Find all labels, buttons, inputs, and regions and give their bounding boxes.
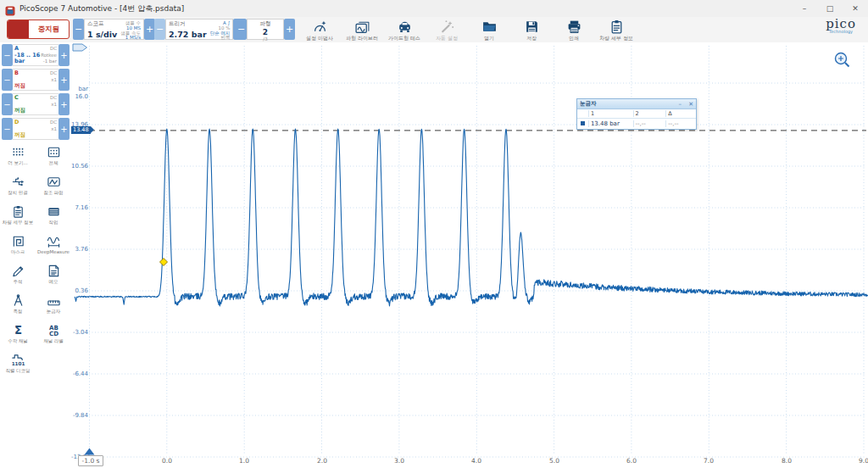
ruler-tool-icon: [36, 293, 71, 308]
sidebar-tool-channel-labels[interactable]: ABCD채널 라벨: [36, 323, 71, 348]
sidebar-tool-more[interactable]: 더 보기...: [0, 145, 36, 170]
stop-button[interactable]: 중지됨: [7, 20, 70, 39]
channel-A-increase-button[interactable]: +: [58, 44, 70, 66]
sidebar-tool-reference-waveform[interactable]: 참조 파형: [36, 175, 71, 200]
sidebar-tool-label: 수학 채널: [0, 338, 36, 343]
x-axis-label: 7.0: [696, 457, 721, 465]
mask-icon: [0, 234, 36, 248]
channel-A-settings: DCRotkee-1 bar: [41, 46, 57, 65]
channel-B-panel: −B꺼짐DCx1+: [2, 69, 70, 91]
channel-B-body[interactable]: B꺼짐DCx1: [13, 69, 58, 91]
sidebar-tool-label: DeepMeasure: [36, 249, 71, 254]
guided-test-icon: [387, 19, 422, 35]
zoom-magnifier-icon[interactable]: [836, 53, 849, 67]
ruler-panel-minimize-button[interactable]: –: [676, 101, 684, 108]
maximize-button[interactable]: □: [817, 0, 843, 17]
stop-indicator: [8, 20, 29, 38]
waveform-number: 2: [250, 28, 281, 36]
x-axis-label: 6.0: [619, 457, 644, 465]
x-axis-origin-label[interactable]: -1.0 s: [78, 455, 103, 466]
toolbar-icon-label: 자동 설정: [429, 36, 465, 42]
channel-C-increase-button[interactable]: +: [58, 93, 70, 115]
y-axis-label: -3.04: [71, 329, 88, 336]
more-icon: [0, 145, 36, 159]
plot[interactable]: [71, 42, 868, 468]
sidebar-tool-notes[interactable]: 메모: [36, 264, 71, 289]
sidebar-tool-jobs[interactable]: 작업: [36, 204, 71, 230]
sidebar-tool-annotation[interactable]: 주석: [0, 264, 36, 289]
deepmeasure-icon: [36, 234, 71, 248]
x-axis-label: 2.0: [309, 457, 335, 465]
sidebar-tool-label: 메모: [36, 279, 71, 284]
minimize-button[interactable]: –: [792, 0, 817, 17]
waveform-trace: [75, 129, 868, 306]
sidebar-tools: 더 보기...전체장치 연결참조 파형차량 세부 정보작업마스크DeepMeas…: [0, 145, 71, 378]
trigger-body[interactable]: 트리거 2.72 bar A ∫10 % 단순 에지반복: [165, 19, 233, 40]
sidebar-tool-mask[interactable]: 마스크: [0, 234, 36, 259]
channel-C-panel: −C꺼짐DCx1+: [2, 93, 70, 115]
channel-A-decrease-button[interactable]: −: [2, 44, 13, 66]
channel-A-range[interactable]: A-18 .. 16bar: [14, 46, 40, 65]
waveform-label: 파형: [250, 20, 281, 28]
save-icon: [514, 19, 549, 35]
waveform-previous-button[interactable]: −: [236, 19, 247, 40]
sidebar-tool-label: 측정: [0, 309, 36, 314]
x-axis-label: 9.0: [851, 457, 868, 465]
pico-sub-text: Technology: [826, 27, 856, 36]
ruler-panel-header[interactable]: 눈금자 – ✕: [577, 99, 696, 109]
ruler-panel-close-button[interactable]: ✕: [686, 101, 696, 108]
print-icon: [556, 19, 592, 35]
toolbar-icon-label: 열기: [471, 36, 507, 42]
app-icon: [5, 3, 15, 14]
channel-C-decrease-button[interactable]: −: [2, 93, 13, 115]
ruler-panel[interactable]: 눈금자 – ✕ 1 2 Δ 13.48 bar --,-- --,--: [576, 98, 697, 130]
channel-B-increase-button[interactable]: +: [58, 69, 70, 91]
sidebar-tool-vehicle-details[interactable]: 차량 세부 정보: [0, 204, 36, 230]
channel-A-body[interactable]: A-18 .. 16barDCRotkee-1 bar: [13, 44, 58, 66]
x-axis-label: 8.0: [774, 457, 799, 465]
sidebar-tool-label: 작업: [36, 220, 71, 225]
trigger-decrease-button[interactable]: −: [154, 19, 165, 40]
channel-D-increase-button[interactable]: +: [58, 118, 70, 140]
math-channel-icon: Σ: [0, 323, 36, 337]
sidebar-tool-label: 더 보기...: [0, 160, 36, 165]
waveform-library-icon: [344, 19, 380, 35]
sidebar-tool-label: 주석: [0, 279, 36, 284]
waveform-body[interactable]: 파형 2 /3: [247, 19, 284, 40]
sidebar-tool-overview[interactable]: 전체: [36, 145, 71, 170]
channel-a-swatch: [581, 121, 585, 125]
pico-logo: pico Technology: [826, 19, 856, 36]
trigger-label: 트리거: [169, 20, 207, 28]
ruler-panel-title: 눈금자: [577, 100, 676, 108]
channel-D-decrease-button[interactable]: −: [2, 118, 13, 140]
channel-D-settings: DCx1: [50, 120, 57, 132]
toolbar-icon-label: 차량 세부 정보: [598, 36, 634, 42]
svg-text:CD: CD: [48, 330, 58, 337]
sidebar-tool-deepmeasure[interactable]: DeepMeasure: [36, 234, 71, 259]
serial-decoding-icon: 1101: [0, 353, 36, 367]
chart-area[interactable]: bar16.013.9610.567.163.760.36-3.04-6.44-…: [71, 42, 868, 468]
sidebar-tool-ruler-tool[interactable]: 눈금자: [36, 293, 71, 319]
scope-body[interactable]: 스코프 1 s/div 샘플 수10 MS 샘플 속도1 MS/s: [84, 19, 144, 40]
channel-C-body[interactable]: C꺼짐DCx1: [13, 93, 58, 115]
sidebar-tool-device-connect[interactable]: 장치 연결: [0, 175, 36, 200]
channel-D-body[interactable]: D꺼짐DCx1: [13, 118, 58, 140]
channel-B-status[interactable]: B꺼짐: [14, 70, 25, 89]
scope-decrease-button[interactable]: −: [73, 19, 84, 40]
notes-icon: [36, 264, 71, 278]
channel-C-status[interactable]: C꺼짐: [14, 95, 25, 114]
x-axis-label: 4.0: [464, 457, 489, 465]
close-button[interactable]: ✕: [843, 0, 868, 17]
sidebar-tool-measurements[interactable]: 측정: [0, 293, 36, 319]
trigger-marker[interactable]: [160, 258, 168, 265]
sidebar-tool-serial-decoding[interactable]: 1101직렬 디코딩: [0, 353, 36, 378]
channel-list: −A-18 .. 16barDCRotkee-1 bar+−B꺼짐DCx1+−C…: [0, 42, 71, 140]
axis-top-marker[interactable]: [73, 44, 87, 51]
channel-B-decrease-button[interactable]: −: [2, 69, 13, 91]
channel-D-status[interactable]: D꺼짐: [14, 120, 25, 138]
titlebar: PicoScope 7 Automotive - [4번 압축.psdata] …: [0, 0, 868, 17]
sidebar-tool-math-channel[interactable]: Σ수학 채널: [0, 323, 36, 348]
waveform-next-button[interactable]: +: [284, 19, 295, 40]
ruler-value-badge[interactable]: 13.48: [71, 126, 91, 134]
svg-text:Σ: Σ: [14, 324, 21, 337]
